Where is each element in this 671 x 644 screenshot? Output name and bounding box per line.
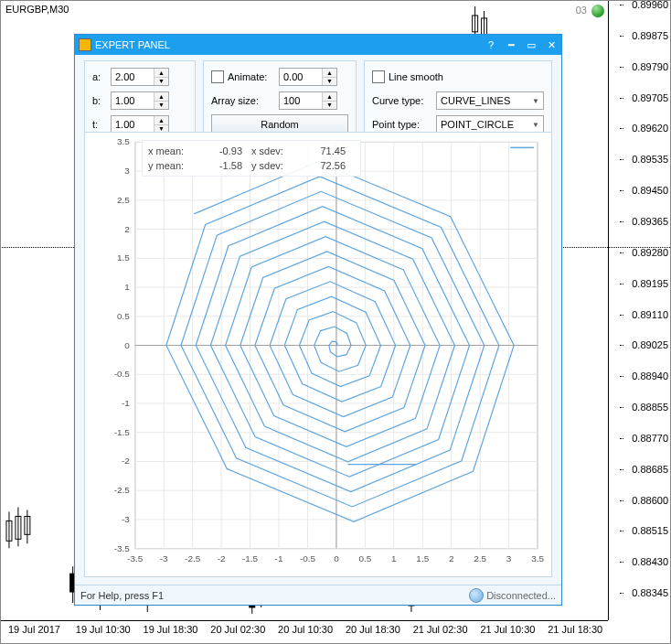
- label-t: t:: [92, 119, 111, 130]
- svg-text:3: 3: [124, 166, 130, 176]
- price-tick: 0.89875: [632, 30, 668, 41]
- svg-text:2.5: 2.5: [474, 553, 486, 564]
- svg-text:0: 0: [124, 340, 130, 350]
- chart-box: -3.5-3-2.5-2-1.5-1-0.500.511.522.533.5-3…: [84, 132, 552, 577]
- time-tick: 19 Jul 10:30: [76, 624, 131, 635]
- svg-text:1.5: 1.5: [117, 252, 130, 263]
- price-tick: 0.89450: [632, 185, 668, 196]
- input-arraysize[interactable]: [280, 92, 322, 109]
- globe-icon: [591, 5, 604, 17]
- price-tick: 0.88345: [632, 587, 668, 598]
- time-axis: 19 Jul 201719 Jul 10:3019 Jul 18:3020 Ju…: [1, 621, 608, 643]
- minimize-button[interactable]: ━: [501, 36, 521, 54]
- expert-panel[interactable]: EXPERT PANEL ? ━ ▭ ✕ a: ▲▼ b: ▲▼: [74, 34, 562, 606]
- label-b: b:: [92, 95, 111, 106]
- animate-label: Animate:: [228, 71, 279, 82]
- svg-text:3.5: 3.5: [117, 136, 130, 146]
- svg-text:-1.5: -1.5: [242, 553, 259, 564]
- time-tick: 20 Jul 18:30: [346, 624, 400, 635]
- help-button[interactable]: ?: [481, 36, 501, 54]
- time-tick: 20 Jul 02:30: [210, 624, 265, 635]
- svg-text:3: 3: [506, 553, 512, 564]
- svg-text:0.5: 0.5: [358, 553, 371, 564]
- spin-up-icon[interactable]: ▲: [323, 92, 336, 102]
- statusbar: For Help, press F1 Disconnected...: [75, 585, 561, 605]
- param-group: a: ▲▼ b: ▲▼ t: ▲▼: [84, 60, 196, 141]
- price-tick: 0.89195: [632, 278, 668, 289]
- spin-up-icon[interactable]: ▲: [154, 69, 168, 78]
- linesmooth-label: Line smooth: [389, 71, 443, 82]
- spin-up-icon[interactable]: ▲: [154, 116, 168, 125]
- svg-text:-2.5: -2.5: [114, 485, 131, 495]
- price-tick: 0.89620: [632, 123, 668, 134]
- svg-text:-3.5: -3.5: [127, 553, 144, 564]
- svg-text:1: 1: [391, 553, 397, 564]
- price-tick: 0.89280: [632, 247, 668, 258]
- time-tick: 19 Jul 18:30: [144, 624, 198, 635]
- svg-text:3.5: 3.5: [531, 553, 544, 564]
- input-a[interactable]: [112, 69, 154, 85]
- svg-text:2: 2: [449, 553, 454, 564]
- style-group: Line smooth Curve type: CURVE_LINES ▼ Po…: [364, 60, 552, 141]
- time-tick: 19 Jul 2017: [8, 624, 60, 635]
- spinner-b[interactable]: ▲▼: [111, 91, 169, 110]
- svg-text:-3: -3: [160, 553, 168, 564]
- input-t[interactable]: [112, 116, 154, 133]
- animate-checkbox[interactable]: [211, 70, 224, 83]
- price-tick: 0.89535: [632, 154, 668, 165]
- price-tick: 0.88515: [632, 525, 668, 536]
- svg-text:-2: -2: [218, 553, 226, 564]
- input-animate[interactable]: [280, 69, 322, 85]
- pointtype-value: POINT_CIRCLE: [441, 119, 532, 130]
- app-icon: [79, 38, 91, 51]
- spin-down-icon[interactable]: ▼: [323, 102, 336, 110]
- price-tick: 0.88770: [632, 433, 668, 444]
- spin-up-icon[interactable]: ▲: [323, 69, 336, 78]
- curvetype-value: CURVE_LINES: [441, 95, 532, 106]
- spin-down-icon[interactable]: ▼: [154, 102, 168, 110]
- svg-text:0: 0: [334, 553, 339, 564]
- price-tick: 0.89025: [632, 339, 668, 350]
- spinner-animate[interactable]: ▲▼: [279, 68, 337, 86]
- spinner-a[interactable]: ▲▼: [111, 68, 169, 86]
- price-tick: 0.89960: [632, 0, 668, 10]
- svg-text:-1: -1: [275, 553, 283, 564]
- spinner-arraysize[interactable]: ▲▼: [279, 91, 337, 110]
- close-button[interactable]: ✕: [541, 36, 561, 54]
- plot-canvas: -3.5-3-2.5-2-1.5-1-0.500.511.522.533.5-3…: [85, 133, 551, 576]
- spin-down-icon[interactable]: ▼: [154, 78, 168, 86]
- spin-down-icon[interactable]: ▼: [323, 78, 336, 86]
- price-tick: 0.88430: [632, 556, 668, 567]
- anim-group: Animate: ▲▼ Array size: ▲▼ Random: [203, 60, 357, 141]
- price-tick: 0.89365: [632, 216, 668, 227]
- svg-text:-0.5: -0.5: [300, 553, 316, 564]
- svg-text:0.5: 0.5: [117, 311, 130, 321]
- pointtype-combo[interactable]: POINT_CIRCLE ▼: [436, 115, 544, 134]
- time-tick: 20 Jul 10:30: [278, 624, 333, 635]
- price-axis: 0.899600.898750.897900.897050.896200.895…: [608, 1, 670, 620]
- spinner-t[interactable]: ▲▼: [111, 115, 169, 134]
- linesmooth-checkbox[interactable]: [372, 70, 385, 83]
- svg-text:-1: -1: [122, 398, 130, 408]
- time-tick: 21 Jul 02:30: [413, 624, 468, 635]
- input-b[interactable]: [112, 92, 154, 109]
- curvetype-label: Curve type:: [372, 95, 436, 106]
- svg-text:-0.5: -0.5: [114, 369, 131, 379]
- curvetype-combo[interactable]: CURVE_LINES ▼: [436, 91, 544, 110]
- svg-text:2: 2: [124, 224, 130, 234]
- label-a: a:: [92, 71, 111, 82]
- pointtype-label: Point type:: [372, 119, 436, 130]
- connection-text: Disconnected...: [486, 590, 556, 601]
- titlebar[interactable]: EXPERT PANEL ? ━ ▭ ✕: [75, 35, 561, 55]
- spin-up-icon[interactable]: ▲: [154, 92, 168, 102]
- svg-text:-3: -3: [122, 514, 130, 524]
- svg-text:2.5: 2.5: [117, 195, 130, 205]
- price-tick: 0.88855: [632, 402, 668, 413]
- array-size-label: Array size:: [211, 95, 279, 106]
- svg-text:-3.5: -3.5: [114, 543, 131, 553]
- panel-title: EXPERT PANEL: [95, 39, 481, 50]
- help-hint: For Help, press F1: [80, 590, 164, 601]
- maximize-button[interactable]: ▭: [521, 36, 541, 54]
- svg-text:-2: -2: [122, 456, 130, 466]
- price-tick: 0.88600: [632, 495, 668, 506]
